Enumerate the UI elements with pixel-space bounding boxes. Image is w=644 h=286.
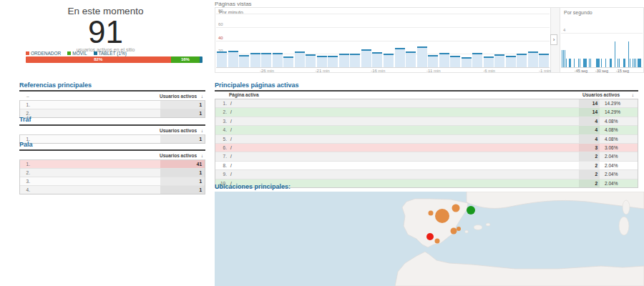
table-row[interactable]: 3.1 xyxy=(20,177,205,185)
gridline xyxy=(216,41,550,41)
row-label xyxy=(31,169,160,177)
table-body: 1.412.13.14.1 xyxy=(19,159,205,194)
active-users-value: 3 xyxy=(579,144,600,152)
y-axis-label: 80 xyxy=(218,9,223,13)
minute-bar xyxy=(528,51,538,67)
legend-item[interactable]: MÓVIL xyxy=(67,51,87,56)
col-header-users[interactable]: Usuarios activos xyxy=(160,94,197,99)
x-axis-label: -26 min xyxy=(260,69,274,73)
row-number: 2. xyxy=(215,108,227,116)
minute-bar xyxy=(250,53,260,67)
legend-swatch-icon xyxy=(94,51,97,55)
location-circle[interactable] xyxy=(451,228,457,235)
active-page-row[interactable]: 7./22.04% xyxy=(215,152,638,160)
row-number: 5. xyxy=(215,135,227,143)
map-land-africa xyxy=(395,252,644,286)
active-page-row[interactable]: 9./22.04% xyxy=(215,169,638,178)
left-table: PalaUsuarios activos↓1.412.13.14.1 xyxy=(19,141,205,194)
realtime-dashboard: En este momento 91 usuarios activos en e… xyxy=(0,0,644,286)
active-page-row[interactable]: 6./33.06% xyxy=(215,143,638,152)
device-bar-segment: 16% xyxy=(171,56,200,63)
row-number: 1. xyxy=(215,99,227,107)
active-page-row[interactable]: 3./44.08% xyxy=(215,117,638,125)
active-users-value: 4 xyxy=(579,126,600,134)
section-title[interactable]: Tráf xyxy=(19,116,205,126)
pageviews-per-minute-chart: Por minuto 20406080-26 min-21 min-16 min… xyxy=(215,7,551,73)
legend-label: MÓVIL xyxy=(72,51,87,56)
table-row[interactable]: 1.1 xyxy=(20,101,205,109)
second-bar xyxy=(574,59,575,67)
left-table: TráfUsuarios activos↓1.1 xyxy=(19,116,205,144)
row-number: 3. xyxy=(215,117,227,125)
row-label xyxy=(31,177,160,185)
row-spacer xyxy=(232,152,579,160)
minute-bar xyxy=(417,46,427,67)
legend-item[interactable]: TABLET (1%) xyxy=(94,51,127,56)
locations-map[interactable] xyxy=(215,192,644,286)
second-bar xyxy=(601,59,602,67)
location-circle[interactable] xyxy=(435,209,449,223)
sort-descending-icon[interactable]: ↓ xyxy=(632,92,634,97)
row-number: 8. xyxy=(215,162,227,169)
minute-bar xyxy=(361,49,371,67)
location-circle[interactable] xyxy=(452,204,460,212)
row-label xyxy=(31,160,160,168)
legend-swatch-icon xyxy=(26,51,29,55)
location-circle[interactable] xyxy=(467,206,475,214)
active-page-row[interactable]: 1./1414.29% xyxy=(215,99,638,107)
active-pages-table: 1./1414.29%2./1414.29%3./44.08%4./44.08%… xyxy=(215,99,638,188)
active-pages-title[interactable]: Principales páginas activas xyxy=(215,82,638,92)
location-circle[interactable] xyxy=(429,211,434,216)
active-users-percent: 2.04% xyxy=(600,162,638,169)
active-users-percent: 2.04% xyxy=(600,152,638,160)
gridline xyxy=(216,14,550,14)
col-header-users[interactable]: Usuarios activos xyxy=(582,92,620,97)
row-number: 6. xyxy=(215,144,227,152)
minute-bar xyxy=(384,54,394,67)
minute-bar xyxy=(328,56,338,67)
chart-expander-button[interactable]: › xyxy=(550,34,557,45)
minute-bar xyxy=(261,53,271,67)
section-title[interactable]: Referencias principales xyxy=(19,82,205,92)
x-axis-label: -11 min xyxy=(426,69,441,73)
sort-descending-icon[interactable]: ↓ xyxy=(201,153,203,158)
location-circle[interactable] xyxy=(435,239,440,244)
location-circle[interactable] xyxy=(426,233,434,240)
table-header: Usuarios activos↓ xyxy=(19,151,205,159)
x-axis-label: -45 seg xyxy=(575,69,587,73)
table-header: –Usuarios activos↓ xyxy=(19,92,205,100)
second-bar xyxy=(619,59,620,67)
row-number: 2. xyxy=(20,169,31,177)
legend-item[interactable]: ORDENADOR xyxy=(26,51,61,56)
active-page-row[interactable]: 4./44.08% xyxy=(215,125,638,134)
col-header-users[interactable]: Usuarios activos xyxy=(160,153,197,158)
map-island-ibiza xyxy=(465,230,469,233)
minute-bar xyxy=(472,53,482,67)
active-users-percent: 14.29% xyxy=(600,108,638,116)
col-header-page[interactable]: Página activa xyxy=(229,92,259,97)
row-spacer xyxy=(232,99,579,107)
row-value: 1 xyxy=(160,169,205,177)
row-number: 3. xyxy=(20,177,31,185)
map-land-france xyxy=(467,192,644,209)
col-header-left: – xyxy=(26,94,29,99)
row-label xyxy=(31,101,160,109)
gridline xyxy=(561,33,643,34)
row-spacer xyxy=(232,126,579,134)
active-users-percent: 4.08% xyxy=(600,117,638,125)
device-legend: ORDENADORMÓVILTABLET (1%) xyxy=(26,51,205,56)
x-axis-label: -15 seg xyxy=(616,69,629,73)
sort-descending-icon[interactable]: ↓ xyxy=(201,94,203,99)
active-page-row[interactable]: 2./1414.29% xyxy=(215,107,638,116)
left-table: Referencias principales–Usuarios activos… xyxy=(19,82,205,118)
active-page-row[interactable]: 8./22.04% xyxy=(215,161,638,169)
col-header-users[interactable]: Usuarios activos xyxy=(160,128,197,133)
location-circle[interactable] xyxy=(457,227,461,231)
table-row[interactable]: 2.1 xyxy=(20,168,205,177)
sort-descending-icon[interactable]: ↓ xyxy=(201,128,203,133)
minute-bar xyxy=(395,48,405,67)
table-row[interactable]: 4.1 xyxy=(20,185,205,194)
active-page-row[interactable]: 5./44.08% xyxy=(215,134,638,143)
section-title[interactable]: Pala xyxy=(19,141,205,151)
table-row[interactable]: 1.41 xyxy=(20,160,205,168)
